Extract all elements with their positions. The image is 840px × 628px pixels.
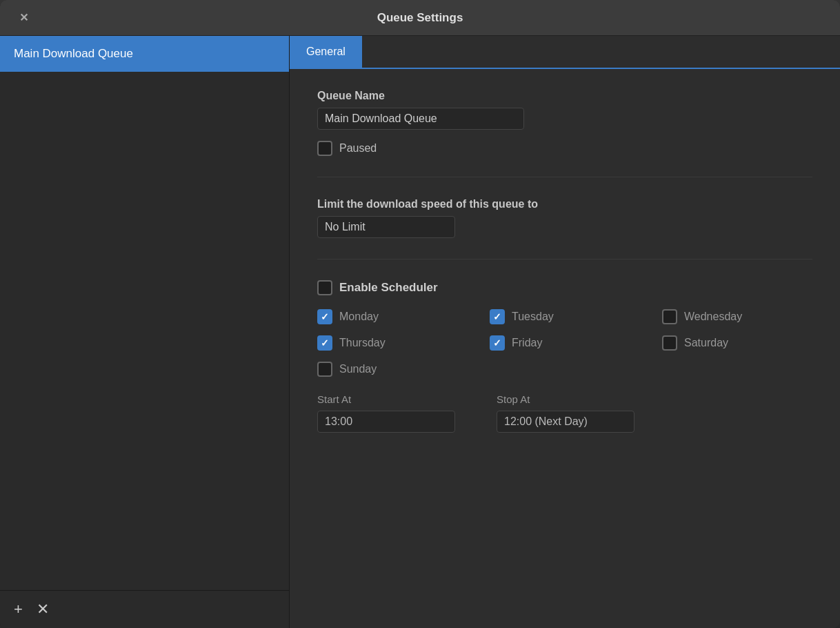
tabs-bar: General <box>290 36 840 69</box>
enable-scheduler-label: Enable Scheduler <box>339 281 438 295</box>
start-at-label: Start At <box>317 393 455 405</box>
paused-checkbox[interactable] <box>317 141 332 156</box>
day-friday-label: Friday <box>512 337 542 349</box>
sidebar-footer: + ✕ <box>0 590 289 628</box>
day-thursday-row[interactable]: Thursday <box>317 335 469 351</box>
day-sunday-row[interactable]: Sunday <box>317 362 469 377</box>
day-wednesday-row[interactable]: Wednesday <box>662 309 814 324</box>
window-title: Queue Settings <box>377 11 463 25</box>
start-at-value[interactable]: 13:00 <box>317 411 455 433</box>
queue-name-value[interactable]: Main Download Queue <box>317 108 524 130</box>
close-button[interactable]: ✕ <box>14 8 33 28</box>
queue-name-section: Queue Name Main Download Queue Paused <box>317 90 812 177</box>
day-thursday-label: Thursday <box>339 337 386 349</box>
day-saturday-row[interactable]: Saturday <box>662 335 814 351</box>
speed-limit-section-label: Limit the download speed of this queue t… <box>317 198 812 210</box>
day-wednesday-checkbox[interactable] <box>662 309 677 324</box>
sidebar-item-main-queue[interactable]: Main Download Queue <box>0 36 289 72</box>
stop-at-label: Stop At <box>497 393 634 405</box>
stop-at-field: Stop At 12:00 (Next Day) <box>497 393 634 433</box>
days-grid: Monday Tuesday Wednesday <box>317 309 812 377</box>
tab-general[interactable]: General <box>290 36 362 68</box>
time-section: Start At 13:00 Stop At 12:00 (Next Day) <box>317 393 812 433</box>
scheduler-section: Enable Scheduler Monday Tuesday <box>317 280 812 453</box>
content-area: Main Download Queue + ✕ General Queue Na… <box>0 36 840 628</box>
queue-settings-window: ✕ Queue Settings Main Download Queue + ✕… <box>0 0 840 628</box>
remove-queue-button[interactable]: ✕ <box>37 602 49 617</box>
day-friday-checkbox[interactable] <box>490 335 505 351</box>
enable-scheduler-row[interactable]: Enable Scheduler <box>317 280 812 295</box>
add-queue-button[interactable]: + <box>14 602 23 617</box>
day-saturday-label: Saturday <box>684 337 728 349</box>
title-bar: ✕ Queue Settings <box>0 0 840 36</box>
day-tuesday-label: Tuesday <box>512 311 554 323</box>
paused-row[interactable]: Paused <box>317 141 812 156</box>
day-wednesday-label: Wednesday <box>684 311 742 323</box>
day-tuesday-row[interactable]: Tuesday <box>490 309 641 324</box>
sidebar: Main Download Queue + ✕ <box>0 36 290 628</box>
paused-label: Paused <box>339 142 377 155</box>
main-panel: General Queue Name Main Download Queue P… <box>290 36 840 628</box>
day-friday-row[interactable]: Friday <box>490 335 641 351</box>
stop-at-value[interactable]: 12:00 (Next Day) <box>497 411 634 433</box>
speed-limit-value[interactable]: No Limit <box>317 216 455 238</box>
enable-scheduler-checkbox[interactable] <box>317 280 332 295</box>
day-sunday-label: Sunday <box>339 363 377 375</box>
start-at-field: Start At 13:00 <box>317 393 455 433</box>
day-monday-label: Monday <box>339 311 379 323</box>
day-saturday-checkbox[interactable] <box>662 335 677 351</box>
speed-limit-section: Limit the download speed of this queue t… <box>317 198 812 259</box>
day-thursday-checkbox[interactable] <box>317 335 332 351</box>
settings-body: Queue Name Main Download Queue Paused Li… <box>290 69 840 474</box>
day-monday-checkbox[interactable] <box>317 309 332 324</box>
queue-name-label: Queue Name <box>317 90 812 102</box>
day-tuesday-checkbox[interactable] <box>490 309 505 324</box>
day-sunday-checkbox[interactable] <box>317 362 332 377</box>
day-monday-row[interactable]: Monday <box>317 309 469 324</box>
